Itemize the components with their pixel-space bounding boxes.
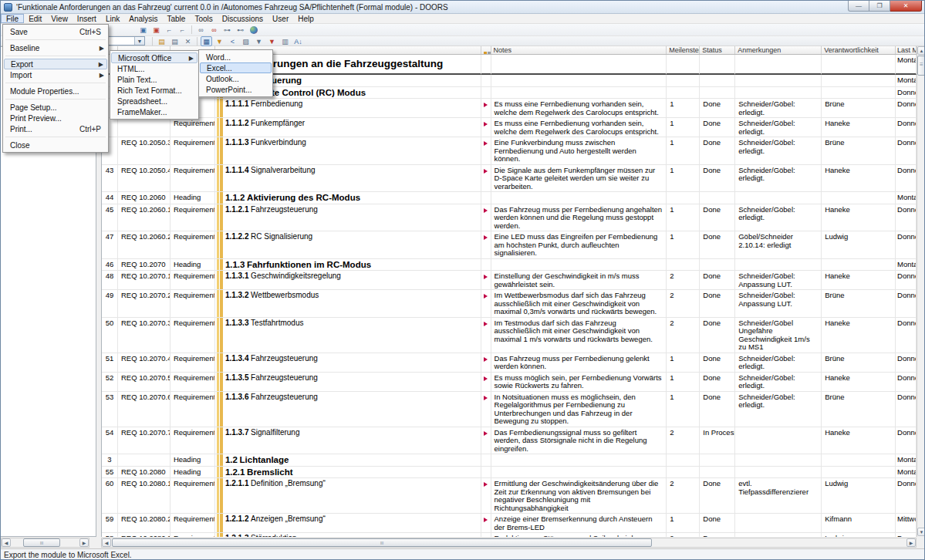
menu-edit[interactable]: Edit	[24, 14, 46, 23]
menu-item-page-setup[interactable]: Page Setup...	[4, 102, 107, 113]
cell-object-text[interactable]: 1.1.3.5 Fahrzeugsteuerung	[215, 373, 481, 392]
menu-item-print-preview[interactable]: Print Preview...	[4, 113, 107, 123]
cell-object-text[interactable]: 1.1.1.3 Funkverbindung	[215, 137, 481, 165]
scroll-left-icon[interactable]: ◀	[102, 538, 111, 547]
menu-item-excel[interactable]: Excel...	[200, 62, 272, 73]
minimize-button[interactable]: —	[848, 1, 869, 12]
cell-object-text[interactable]: 1.1.3.4 Fahrzeugsteuerung	[215, 353, 481, 373]
table-row[interactable]: 53 REQ 10.2070.6 Requirement 1.1.3.6 Fah…	[102, 392, 917, 427]
table-row[interactable]: 49 REQ 10.2070.2 Requirement 1.1.3.2 Wet…	[102, 290, 917, 318]
cell-object-text[interactable]: 1.1.3.1 Geschwindigkeitsregelung	[215, 271, 481, 290]
explorer-h-scrollbar[interactable]: ◀ ▶	[1, 538, 89, 548]
undelete-object-icon[interactable]: ⌐	[164, 25, 175, 35]
menu-item-spreadsheet[interactable]: Spreadsheet...	[111, 96, 197, 106]
delete-object-icon[interactable]: ▣	[150, 25, 162, 35]
cell-object-text[interactable]: 1.1.3 Fahrfunktionen im RC-Modus	[215, 259, 481, 272]
menu-item-framemaker[interactable]: FrameMaker...	[111, 106, 197, 117]
menu-item-import[interactable]: Import▶	[4, 69, 107, 80]
menu-item-word[interactable]: Word...	[200, 52, 272, 62]
menu-item-powerpoint[interactable]: PowerPoint...	[200, 84, 272, 95]
menu-user[interactable]: User	[268, 14, 293, 23]
menu-item-baseline[interactable]: Baseline▶	[4, 42, 107, 53]
cell-object-text[interactable]: 1.1.3.2 Wettbewerbsmodus	[215, 290, 481, 318]
vertical-scroll-thumb[interactable]	[917, 56, 925, 76]
advanced-filter-icon[interactable]: ▼	[266, 36, 278, 46]
cell-object-text[interactable]: 1.1.3.7 Signalfilterung	[215, 427, 481, 455]
cell-object-text[interactable]: 1.1.1.4 Signalverarbeitung	[215, 165, 481, 193]
table-scroll-thumb[interactable]	[112, 538, 652, 547]
filter-icon[interactable]: ▼	[253, 36, 265, 46]
table-row[interactable]: 54 REQ 10.2070.7 Requirement 1.1.3.7 Sig…	[102, 427, 917, 455]
table-row[interactable]: REQ 10.2050.3 Requirement 1.1.1.3 Funkve…	[102, 137, 917, 165]
table-row[interactable]: 48 REQ 10.2070.1 Requirement 1.1.3.1 Ges…	[102, 271, 917, 290]
table-row[interactable]: 52 REQ 10.2070.5 Requirement 1.1.3.5 Fah…	[102, 373, 917, 392]
menu-help[interactable]: Help	[293, 14, 319, 23]
out-links-icon[interactable]: ⊷	[235, 25, 246, 35]
table-row[interactable]: 44 REQ 10.2060 Heading 1.1.2 Aktivierung…	[102, 192, 917, 204]
table-row[interactable]: 43 REQ 10.2050.4 Requirement 1.1.1.4 Sig…	[102, 165, 917, 193]
table-row[interactable]: 50 REQ 10.2070.3 Requirement 1.1.3.3 Tes…	[102, 318, 917, 353]
purge-object-icon[interactable]: ⌐	[177, 25, 188, 35]
cell-object-text[interactable]: 1.2.1.2 Anzeigen „Bremsung“	[215, 514, 481, 533]
cell-object-text[interactable]: 1.1.1.1 Fernbedienung	[215, 99, 481, 118]
discussions-icon[interactable]	[248, 25, 259, 35]
explorer-scroll-thumb[interactable]	[23, 538, 60, 547]
menu-item-close[interactable]: Close	[4, 140, 107, 150]
table-h-scrollbar[interactable]: ◀ ▶	[101, 538, 917, 548]
cell-object-text[interactable]: 1.2.1.1 Definition „Bremsung“	[215, 478, 481, 514]
scroll-left-icon[interactable]: ◀	[2, 538, 11, 547]
scroll-up-icon[interactable]: ▲	[917, 46, 925, 55]
menu-tools[interactable]: Tools	[190, 14, 217, 23]
menu-link[interactable]: Link	[101, 14, 124, 23]
close-button[interactable]: ✕	[890, 1, 922, 12]
make-link-icon[interactable]: ∞	[195, 25, 207, 35]
new-object-icon[interactable]: ▤	[156, 36, 167, 46]
menu-file[interactable]: File	[1, 14, 24, 23]
scroll-down-icon[interactable]: ▼	[917, 528, 925, 536]
delete-attribute-icon[interactable]: ✕	[182, 36, 194, 46]
menu-view[interactable]: View	[46, 14, 73, 23]
menu-item-plain-text[interactable]: Plain Text...	[111, 74, 197, 85]
cell-object-text[interactable]: 1.1.2.1 Fahrzeugsteuerung	[215, 204, 481, 232]
table-row[interactable]: 47 REQ 10.2060.2 Requirement 1.1.2.2 RC …	[102, 231, 917, 259]
filter-edit-icon[interactable]: ▼	[214, 36, 225, 46]
menu-item-save[interactable]: SaveCtrl+S	[4, 26, 107, 37]
delete-link-icon[interactable]: ∞	[208, 25, 220, 35]
table-row[interactable]: 1.1.1.1 Fernbedienung Es muss eine Fernb…	[102, 99, 917, 118]
scroll-right-icon[interactable]: ▶	[906, 538, 916, 547]
cell-object-text[interactable]: 1.1.3.6 Fahrzeugsteuerung	[215, 392, 481, 427]
sort-icon[interactable]: A↓	[292, 36, 304, 46]
menu-item-outlook[interactable]: Outlook...	[200, 73, 272, 84]
scroll-right-icon[interactable]: ▶	[79, 538, 89, 547]
table-row[interactable]: Requirement 1.1.1.2 Funkempfänger Es mus…	[102, 118, 917, 137]
menu-insert[interactable]: Insert	[73, 14, 101, 23]
table-row[interactable]: 55 REQ 10.2080 Heading 1.2.1 Bremslicht	[102, 467, 917, 479]
cell-object-text[interactable]: 1.1.2 Aktivierung des RC-Modus	[215, 192, 481, 204]
picture-icon[interactable]: ▨	[240, 36, 252, 46]
cell-object-text[interactable]: 1.1.2.2 RC Signalisierung	[215, 231, 481, 259]
in-links-icon[interactable]: ⊶	[221, 25, 233, 35]
insert-table-icon[interactable]: ▤	[169, 36, 181, 46]
cell-object-text[interactable]: 1.2.1 Bremslicht	[215, 467, 481, 479]
menu-item-html[interactable]: HTML...	[111, 63, 197, 74]
menu-item-module-properties[interactable]: Module Properties...	[4, 86, 107, 96]
columns-icon[interactable]: ▥	[279, 36, 291, 46]
table-row[interactable]: 46 REQ 10.2070 Heading 1.1.3 Fahrfunktio…	[102, 259, 917, 272]
cell-object-text[interactable]: 1.2 Lichtanlage	[215, 454, 481, 467]
table-row[interactable]: 45 REQ 10.2060.1 Requirement 1.1.2.1 Fah…	[102, 204, 917, 232]
table-row[interactable]: 3 Heading 1.2 Lichtanlage Mont	[102, 454, 917, 467]
table-row[interactable]: 51 REQ 10.2070.4 Requirement 1.1.3.4 Fah…	[102, 353, 917, 373]
standard-view-icon[interactable]: ▦	[201, 36, 212, 46]
menu-analysis[interactable]: Analysis	[124, 14, 162, 23]
table-row[interactable]: 59 REQ 10.2080.2 Requirement 1.2.1.2 Anz…	[102, 514, 917, 533]
maximize-button[interactable]: ❐	[869, 1, 890, 12]
menu-discussions[interactable]: Discussions	[218, 14, 268, 23]
menu-item-print[interactable]: Print...Ctrl+P	[4, 123, 107, 134]
vertical-scrollbar[interactable]: ▲ ▼	[917, 46, 925, 537]
edit-object-icon[interactable]: ▣	[137, 25, 149, 35]
link-view-icon[interactable]: <	[227, 36, 238, 46]
menu-item-export[interactable]: Export▶	[4, 59, 107, 69]
menu-table[interactable]: Table	[162, 14, 190, 23]
cell-object-text[interactable]: 1.1.1.2 Funkempfänger	[215, 118, 481, 137]
menu-item-rich-text-format[interactable]: Rich Text Format...	[111, 85, 197, 96]
